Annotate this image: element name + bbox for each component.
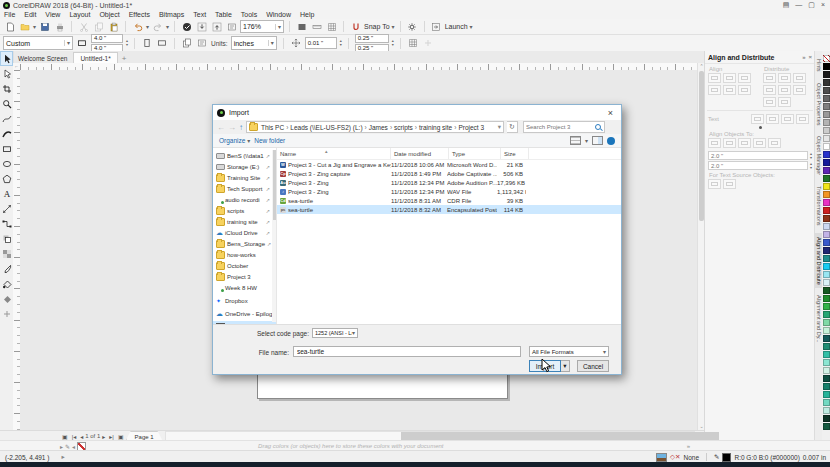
- menu-view[interactable]: View: [45, 11, 60, 18]
- docker-tab-object-properties[interactable]: Object Properties: [815, 79, 822, 130]
- color-swatch[interactable]: [823, 143, 830, 150]
- menu-help[interactable]: Help: [300, 11, 314, 18]
- launch-icon[interactable]: [430, 21, 443, 33]
- sidebar-item-dropbox[interactable]: ✦Dropbox: [213, 295, 276, 306]
- launch-chevron-icon[interactable]: ▾: [470, 24, 473, 30]
- rectangle-tool[interactable]: [0, 141, 13, 156]
- doc-palette-prev-icon[interactable]: ◂: [72, 443, 75, 450]
- zoom-chevron-icon[interactable]: ▾: [275, 24, 281, 30]
- portrait-button[interactable]: [141, 37, 153, 49]
- color-swatch[interactable]: [823, 215, 830, 222]
- code-page-dropdown[interactable]: 1252 (ANSI - Latin I) ▾: [312, 328, 358, 338]
- close-button[interactable]: ×: [821, 1, 825, 9]
- color-swatch[interactable]: [823, 255, 830, 262]
- breadcrumb-item[interactable]: Leads (\\EL-US-FS2) (L:): [289, 124, 363, 131]
- preview-pane-icon[interactable]: [592, 136, 603, 145]
- polygon-tool[interactable]: [0, 171, 13, 186]
- color-swatch[interactable]: [823, 383, 830, 390]
- connector-tool[interactable]: [0, 216, 13, 231]
- color-swatch[interactable]: [823, 423, 830, 430]
- docker-tab-transformations[interactable]: Transformations: [815, 182, 822, 230]
- open-chevron-icon[interactable]: ▾: [33, 24, 36, 30]
- freehand-tool[interactable]: [0, 111, 13, 126]
- new-tab-button[interactable]: +: [118, 54, 131, 63]
- nudge-distance-field[interactable]: 0.01 ": [305, 37, 337, 49]
- color-swatch[interactable]: [823, 247, 830, 254]
- current-page-button[interactable]: [196, 37, 208, 49]
- color-swatch[interactable]: [823, 199, 830, 206]
- snap-to-chevron-icon[interactable]: ▾: [392, 24, 395, 30]
- file-row-project-3-zing[interactable]: AuProject 3 - Zing11/1/2018 12:34 PMAdob…: [277, 178, 621, 187]
- shape-tool[interactable]: [0, 66, 13, 81]
- color-swatch[interactable]: [823, 135, 830, 142]
- doc-palette-more-icon[interactable]: »: [687, 443, 830, 449]
- doc-palette-expand-icon[interactable]: ▸: [60, 443, 63, 450]
- color-swatch[interactable]: [823, 175, 830, 182]
- zoom-tool[interactable]: [0, 96, 13, 111]
- color-swatch[interactable]: [823, 119, 830, 126]
- color-swatch[interactable]: [823, 351, 830, 358]
- transparency-tool[interactable]: [0, 246, 13, 261]
- color-swatch[interactable]: [823, 231, 830, 238]
- docker-tab-alignment-and-dy[interactable]: Alignment and Dy...: [815, 291, 822, 347]
- menu-effects[interactable]: Effects: [129, 11, 150, 18]
- undo-button[interactable]: [131, 21, 144, 33]
- tab-untitled-1[interactable]: Untitled-1*: [73, 52, 117, 63]
- code-page-chevron-icon[interactable]: ▾: [352, 330, 355, 336]
- sidebar-scrollbar[interactable]: [272, 150, 276, 322]
- artistic-media-tool[interactable]: [0, 126, 13, 141]
- organize-button[interactable]: Organize ▾: [219, 137, 250, 144]
- text-tool[interactable]: A: [0, 186, 13, 201]
- sidebar-item-training-site[interactable]: Training Site↗: [213, 172, 276, 183]
- undo-chevron-icon[interactable]: ▾: [146, 24, 149, 30]
- sidebar-item-audio-recordi[interactable]: audio recordi↗: [213, 194, 276, 205]
- color-swatch[interactable]: [823, 359, 830, 366]
- color-swatch[interactable]: [823, 183, 830, 190]
- search-input[interactable]: [524, 124, 594, 130]
- minimize-button[interactable]: —: [795, 1, 802, 9]
- units-chevron-icon[interactable]: ▾: [268, 40, 274, 46]
- docker-tab-hints[interactable]: Hints: [815, 55, 822, 76]
- menu-bitmaps[interactable]: Bitmaps: [159, 11, 184, 18]
- breadcrumb-item[interactable]: scripts: [393, 124, 414, 131]
- print-button[interactable]: [53, 21, 66, 33]
- color-swatch[interactable]: [823, 295, 830, 302]
- export-button[interactable]: [210, 21, 223, 33]
- preset-chevron-icon[interactable]: ▾: [64, 40, 70, 46]
- breadcrumb-item[interactable]: training site: [418, 124, 453, 131]
- add-page-icon[interactable]: ▣: [60, 433, 70, 440]
- paste-button[interactable]: [107, 21, 120, 33]
- offset-y-stepper[interactable]: ▴▾: [810, 162, 812, 170]
- sidebar-item-october[interactable]: October: [213, 260, 276, 271]
- color-swatch[interactable]: [823, 271, 830, 278]
- breadcrumb-item[interactable]: Project 3: [457, 124, 485, 131]
- nav-forward-icon[interactable]: →: [228, 123, 236, 132]
- column-date-modified[interactable]: Date modified: [391, 148, 449, 159]
- view-chevron-icon[interactable]: ▾: [585, 138, 588, 144]
- color-swatch[interactable]: [823, 71, 830, 78]
- import-button[interactable]: [195, 21, 208, 33]
- interactive-fill-tool[interactable]: [0, 276, 13, 291]
- breadcrumb-item[interactable]: This PC: [260, 124, 285, 131]
- duplicate-x-field[interactable]: 0.25 ": [355, 34, 389, 43]
- show-rulers-button[interactable]: [310, 21, 323, 33]
- duplicate-stepper[interactable]: ▴▾: [392, 39, 394, 47]
- sidebar-item-bens-data1[interactable]: BenS (\\data1↗: [213, 150, 276, 161]
- landscape-button[interactable]: [156, 37, 168, 49]
- color-swatch[interactable]: [823, 63, 830, 70]
- color-swatch[interactable]: [823, 375, 830, 382]
- options-gear-icon[interactable]: [406, 21, 419, 33]
- menu-layout[interactable]: Layout: [69, 11, 90, 18]
- color-swatch[interactable]: [823, 415, 830, 422]
- tab-welcome-screen[interactable]: Welcome Screen: [12, 53, 73, 63]
- search-icon[interactable]: [595, 124, 601, 130]
- snap-icon[interactable]: [349, 21, 362, 33]
- address-bar[interactable]: This PC›Leads (\\EL-US-FS2) (L:)›James›s…: [246, 121, 504, 133]
- nudge-stepper[interactable]: ▴▾: [340, 39, 342, 47]
- sidebar-item-storage-e[interactable]: Storage (E:)↗: [213, 161, 276, 172]
- zoom-level-combo[interactable]: 176% ▾: [240, 20, 284, 33]
- color-swatch[interactable]: [823, 207, 830, 214]
- page-width-field[interactable]: 4.0 ": [91, 34, 123, 43]
- import-options-chevron-icon[interactable]: ▾: [561, 360, 570, 372]
- color-eyedropper-tool[interactable]: [0, 261, 13, 276]
